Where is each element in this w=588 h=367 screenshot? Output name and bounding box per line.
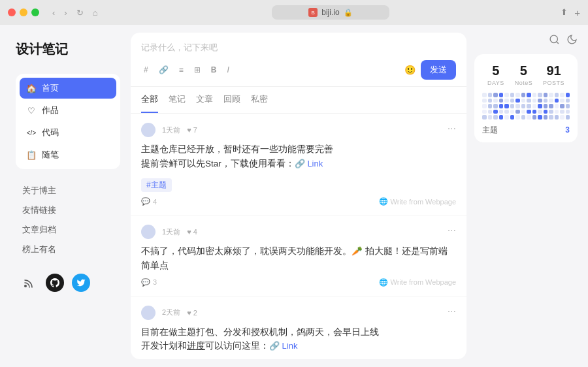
post-meta: 2天前 ♥ 2 <box>141 306 456 320</box>
url-text: biji.io <box>321 8 339 17</box>
composer: 记录什么，记下来吧 # 🔗 ≡ ⊞ B I 🙂 发送 <box>131 33 466 87</box>
nav-section: 🏠 首页 ♡ 作品 </> 代码 📋 随笔 <box>16 74 120 169</box>
new-tab-button[interactable]: + <box>574 7 580 18</box>
github-icon[interactable] <box>46 274 64 292</box>
contrib-cell <box>482 115 487 120</box>
contrib-cell <box>560 110 564 114</box>
submit-button[interactable]: 发送 <box>421 60 456 80</box>
contrib-cell <box>560 115 564 120</box>
back-button[interactable]: ‹ <box>50 7 57 19</box>
contrib-cell <box>555 115 559 120</box>
post-more[interactable]: ··· <box>448 123 456 135</box>
post-likes: ♥ 2 <box>187 309 197 317</box>
nav-item-code[interactable]: </> 代码 <box>20 122 116 143</box>
contrib-cell <box>493 93 498 97</box>
contrib-cell <box>482 99 487 103</box>
twitter-icon[interactable] <box>72 274 90 292</box>
nav-item-notes[interactable]: 📋 随笔 <box>20 144 116 165</box>
contrib-cell <box>527 93 531 97</box>
post-content: 目前在做主题打包、分发和授权机制，鸽两天，会早日上线 开发计划和进度可以访问这里… <box>141 325 456 353</box>
toolbar-list[interactable]: ≡ <box>176 64 186 76</box>
share-button[interactable]: ⬆ <box>561 7 568 18</box>
post-link[interactable]: 🔗 Link <box>295 159 323 168</box>
toolbar-link[interactable]: 🔗 <box>156 64 171 76</box>
nav-item-works[interactable]: ♡ 作品 <box>20 100 116 121</box>
nav-item-home[interactable]: 🏠 首页 <box>20 78 116 99</box>
home-button[interactable]: ⌂ <box>90 7 101 19</box>
contrib-cell <box>482 93 487 97</box>
contrib-cell <box>538 115 542 120</box>
minimize-button[interactable] <box>20 8 27 16</box>
comment-count: 3 <box>153 278 157 286</box>
url-lock: 🔒 <box>344 8 353 17</box>
post-tag[interactable]: #主题 <box>141 359 456 359</box>
days-value: 5 <box>492 63 499 78</box>
search-button[interactable] <box>549 34 560 48</box>
contrib-cell <box>527 104 531 108</box>
contrib-cell <box>555 110 559 114</box>
tab-review[interactable]: 回顾 <box>223 87 240 113</box>
contrib-cell <box>488 115 493 120</box>
source-icon: 🌐 <box>379 197 388 206</box>
post-time: 2天前 <box>162 308 180 317</box>
tab-articles[interactable]: 文章 <box>196 87 213 113</box>
rss-icon[interactable] <box>20 274 38 292</box>
topics-count: 3 <box>565 125 570 135</box>
contrib-cell <box>527 99 531 103</box>
post-link[interactable]: 🔗 Link <box>269 341 297 351</box>
dark-mode-button[interactable] <box>566 34 578 48</box>
tab-notes[interactable]: 笔记 <box>169 87 186 113</box>
toolbar-table[interactable]: ⊞ <box>191 64 203 76</box>
nav-link-friends[interactable]: 友情链接 <box>18 202 118 219</box>
likes-count: 4 <box>193 228 197 236</box>
contrib-cell <box>499 99 504 103</box>
contrib-cell <box>482 104 487 108</box>
post-footer: 💬 4 🌐 Write from Webpage <box>141 197 456 206</box>
stats-card: 5 DAYS 5 NoteS 91 POSTS 主题 3 <box>474 54 578 142</box>
forward-button[interactable]: › <box>61 7 69 19</box>
toolbar-hash[interactable]: # <box>141 64 151 76</box>
post-more[interactable]: ··· <box>448 225 456 236</box>
close-button[interactable] <box>8 8 16 16</box>
contrib-cell <box>527 115 531 120</box>
nav-label-works: 作品 <box>42 104 59 116</box>
post-more[interactable]: ··· <box>448 306 456 317</box>
heart-icon: ♥ <box>187 126 191 134</box>
toolbar-bold[interactable]: B <box>208 64 220 76</box>
contrib-cell <box>515 93 520 97</box>
post-meta: 1天前 ♥ 4 <box>141 225 456 239</box>
nav-link-ranking[interactable]: 榜上有名 <box>18 241 118 258</box>
contrib-cell <box>504 93 509 97</box>
nav-link-about[interactable]: 关于博主 <box>18 182 118 199</box>
maximize-button[interactable] <box>31 8 39 16</box>
post-meta: 1天前 ♥ 7 <box>141 123 456 137</box>
heart-icon: ♥ <box>187 228 191 236</box>
composer-placeholder: 记录什么，记下来吧 <box>141 42 456 54</box>
post-item: 2天前 ♥ 2 ··· 目前在做主题打包、分发和授权机制，鸽两天，会早日上线 开… <box>131 296 466 359</box>
tabs: 全部 笔记 文章 回顾 私密 <box>131 87 466 114</box>
contrib-cell <box>504 99 509 103</box>
nav-label-home: 首页 <box>42 82 59 94</box>
contrib-cell <box>544 110 548 114</box>
emoji-button[interactable]: 🙂 <box>404 65 416 75</box>
source-icon: 🌐 <box>379 278 388 287</box>
post-tag[interactable]: #主题 <box>141 176 456 192</box>
contrib-cell <box>499 110 504 114</box>
contrib-cell <box>527 110 531 114</box>
heart-icon: ♥ <box>187 309 191 317</box>
contrib-cell <box>532 104 537 108</box>
contrib-cell <box>532 99 537 103</box>
svg-point-0 <box>24 285 27 287</box>
tab-private[interactable]: 私密 <box>251 87 268 113</box>
contrib-cell <box>499 93 504 97</box>
contrib-cell <box>504 115 509 120</box>
nav-links: 关于博主 友情链接 文章归档 榜上有名 <box>16 182 120 258</box>
toolbar-italic[interactable]: I <box>224 64 231 76</box>
refresh-button[interactable]: ↻ <box>74 7 86 19</box>
contrib-cell <box>488 110 493 114</box>
tab-all[interactable]: 全部 <box>141 87 158 113</box>
nav-link-archive[interactable]: 文章归档 <box>18 221 118 238</box>
contrib-cell <box>555 99 559 103</box>
pencil-icon: 📋 <box>26 150 37 160</box>
url-display[interactable]: B biji.io 🔒 <box>272 5 389 20</box>
